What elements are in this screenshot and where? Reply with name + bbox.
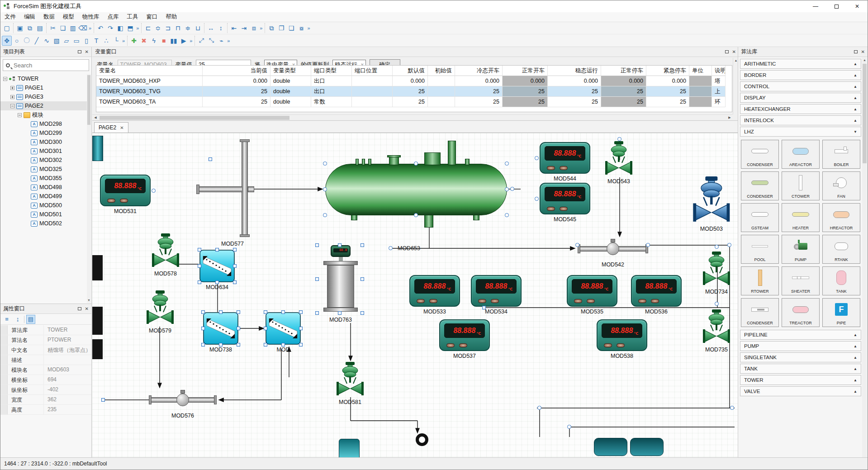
selection-handle[interactable] bbox=[264, 310, 267, 314]
selection-handle[interactable] bbox=[360, 277, 364, 281]
display-button[interactable] bbox=[107, 199, 115, 203]
table-cell[interactable]: 25 bbox=[203, 97, 270, 107]
align-middle-icon[interactable]: ≑ bbox=[183, 23, 193, 33]
table-cell[interactable] bbox=[352, 86, 393, 97]
palette-item-BOILER[interactable]: BOILER bbox=[822, 140, 860, 169]
pipeline-valve[interactable] bbox=[578, 239, 648, 260]
palette-item-AREACTOR[interactable]: AREACTOR bbox=[782, 140, 820, 169]
pause-icon[interactable]: ▮▮ bbox=[169, 36, 179, 46]
control-valve[interactable] bbox=[336, 362, 364, 397]
palette-item-CONDENSER[interactable]: CONDENSER bbox=[741, 171, 779, 200]
port-point[interactable] bbox=[715, 245, 719, 249]
instrument-display[interactable]: 88.888℃ bbox=[439, 319, 490, 351]
tree-item-MOD501[interactable]: AMOD501 bbox=[0, 210, 87, 219]
palette-item-PIPE[interactable]: FPIPE bbox=[822, 298, 860, 327]
scroll-down-icon[interactable]: ▼ bbox=[87, 298, 91, 303]
selection-handle[interactable] bbox=[299, 310, 303, 314]
anchor-point[interactable] bbox=[101, 398, 105, 402]
new-file-icon[interactable]: ▢ bbox=[2, 23, 12, 33]
table-cell[interactable]: 25 bbox=[455, 86, 503, 97]
zoom-fit-icon[interactable]: ⤢ bbox=[196, 36, 206, 46]
float-panel-icon[interactable] bbox=[78, 50, 81, 53]
sort-az-icon[interactable]: ↨ bbox=[13, 315, 22, 324]
selection-handle[interactable] bbox=[264, 343, 267, 347]
align-center-icon[interactable]: ≎ bbox=[153, 23, 163, 33]
points-tool-icon[interactable]: ∴ bbox=[101, 36, 111, 46]
port-point[interactable] bbox=[727, 243, 731, 247]
tree-scrollbar[interactable]: ▼ bbox=[87, 74, 91, 303]
display-button[interactable] bbox=[638, 299, 646, 303]
table-cell[interactable]: 0.000 bbox=[393, 76, 428, 86]
tree-item-MOD502[interactable]: AMOD502 bbox=[0, 219, 87, 228]
palette-item-CTOWER[interactable]: CTOWER bbox=[782, 171, 820, 200]
overflow-chevron[interactable]: » bbox=[189, 38, 193, 43]
close-panel-icon[interactable]: ✕ bbox=[732, 49, 736, 54]
menu-item-2[interactable]: 数据 bbox=[39, 12, 59, 22]
overflow-chevron[interactable]: » bbox=[259, 25, 263, 31]
table-cell[interactable]: 出口 bbox=[311, 76, 352, 86]
port-point[interactable] bbox=[617, 137, 621, 141]
table-cell[interactable] bbox=[689, 86, 712, 97]
display-button[interactable] bbox=[417, 299, 425, 303]
selection-handle[interactable] bbox=[315, 311, 319, 315]
delete-icon[interactable]: ⌫ bbox=[78, 23, 88, 33]
palette-section-VALVE[interactable]: VALVE▲ bbox=[740, 386, 861, 396]
circle-tool-icon[interactable]: ○ bbox=[12, 36, 22, 46]
column-module[interactable] bbox=[199, 250, 235, 282]
zoom-shrink-icon[interactable]: ⤡ bbox=[206, 36, 216, 46]
scroll-right-icon[interactable]: ▶ bbox=[726, 116, 733, 119]
close-panel-icon[interactable]: ✕ bbox=[85, 49, 89, 54]
palette-section-TOWER[interactable]: TOWER▲ bbox=[740, 375, 861, 385]
horizontal-vessel[interactable] bbox=[325, 164, 507, 215]
property-value[interactable]: -402 bbox=[44, 385, 91, 394]
table-cell[interactable]: 25 bbox=[393, 97, 428, 107]
table-cell[interactable]: 0.000 bbox=[455, 76, 503, 86]
palette-section-CONTROL[interactable]: CONTROL▲ bbox=[740, 81, 861, 91]
palette-item-GSTEAM[interactable]: GSTEAM bbox=[741, 203, 779, 232]
column-header-2[interactable]: 变量类型 bbox=[270, 66, 311, 76]
column-header-9[interactable]: 稳态运行 bbox=[548, 66, 601, 76]
close-panel-icon[interactable]: ✕ bbox=[861, 49, 865, 54]
palette-scrollbar[interactable]: ▲ bbox=[862, 57, 867, 457]
tree-expander-icon[interactable] bbox=[3, 77, 7, 81]
port-point[interactable] bbox=[537, 406, 541, 410]
selection-handle[interactable] bbox=[219, 343, 223, 347]
selection-handle[interactable] bbox=[315, 243, 319, 247]
palette-item-RTANK[interactable]: RTANK bbox=[822, 235, 860, 264]
property-value[interactable]: 精馏塔（泡罩点） bbox=[44, 345, 91, 355]
palette-section-TANK[interactable]: TANK▲ bbox=[740, 364, 861, 374]
table-cell[interactable]: 25 bbox=[646, 97, 689, 107]
palette-section-PIPELINE[interactable]: PIPELINE▲ bbox=[740, 330, 861, 340]
menu-item-5[interactable]: 点库 bbox=[104, 12, 123, 22]
table-cell[interactable] bbox=[352, 76, 393, 86]
categorize-icon[interactable]: ≡ bbox=[2, 315, 11, 324]
table-cell[interactable]: 常数 bbox=[311, 97, 352, 107]
palette-section-INTERLOCK[interactable]: INTERLOCK▲ bbox=[740, 115, 861, 125]
table-cell[interactable]: TOWER_MOD603_TVG bbox=[96, 86, 203, 97]
control-valve[interactable] bbox=[702, 309, 730, 345]
send-to-back-icon[interactable]: ❐ bbox=[276, 23, 286, 33]
image-tool-icon[interactable]: ▧ bbox=[52, 36, 62, 46]
instrument-display[interactable]: 88.888℃ bbox=[540, 142, 590, 174]
instrument-display[interactable]: 88.888℃ bbox=[631, 275, 682, 307]
column-header-1[interactable]: 当前值 bbox=[203, 66, 270, 76]
tree-item-模块[interactable]: 模块 bbox=[0, 110, 87, 119]
instrument-display[interactable]: 88.888℃ bbox=[100, 175, 151, 206]
anchor-point[interactable] bbox=[209, 157, 212, 161]
tree-item-MOD301[interactable]: AMOD301 bbox=[0, 147, 87, 156]
column-header-11[interactable]: 紧急停车 bbox=[646, 66, 689, 76]
display-button[interactable] bbox=[651, 299, 659, 303]
table-cell[interactable] bbox=[428, 86, 455, 97]
selection-handle[interactable] bbox=[505, 187, 509, 191]
polygon-tool-icon[interactable]: ▱ bbox=[62, 36, 71, 46]
control-valve[interactable] bbox=[693, 176, 730, 224]
column-header-4[interactable]: 端口位置 bbox=[352, 66, 393, 76]
column-module[interactable] bbox=[266, 312, 301, 345]
table-cell[interactable]: 25 bbox=[548, 86, 601, 97]
column-header-3[interactable]: 端口类型 bbox=[311, 66, 352, 76]
save-all-icon[interactable]: ⧉ bbox=[25, 23, 35, 33]
print-icon[interactable]: ▤ bbox=[35, 23, 45, 33]
property-pages-icon[interactable]: ▤ bbox=[26, 315, 35, 324]
property-value[interactable]: 694 bbox=[44, 375, 91, 385]
flip-vertical-icon[interactable]: ⬒ bbox=[125, 23, 135, 33]
